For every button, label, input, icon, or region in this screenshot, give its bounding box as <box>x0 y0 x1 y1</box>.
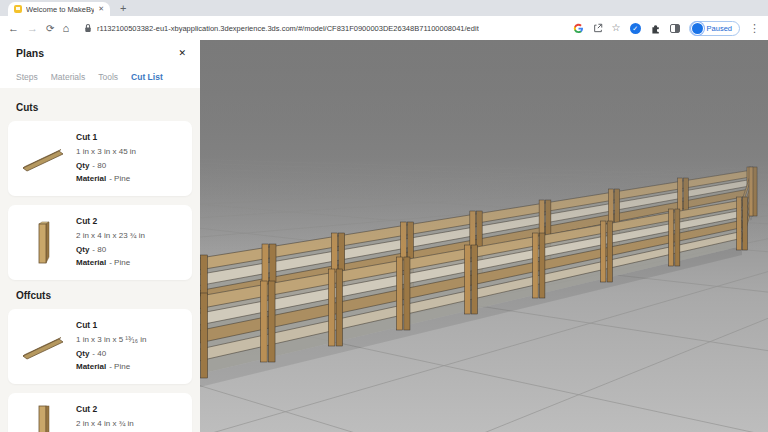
tab-cut-list[interactable]: Cut List <box>131 72 163 82</box>
card-text: Cut 1 1 in x 3 in x 5 ¹³⁄₁₆ in Qty- 40 M… <box>76 318 182 375</box>
new-tab-button[interactable]: + <box>120 2 126 14</box>
cut-dimensions: 1 in x 3 in x 5 ¹³⁄₁₆ in <box>76 335 182 344</box>
board-diagonal-thumbnail <box>18 318 70 375</box>
panel-tabs: Steps Materials Tools Cut List <box>0 64 200 88</box>
tab-strip: Welcome to MakeByMe ✕ + <box>0 0 768 16</box>
cut-qty: Qty- 40 <box>76 349 182 358</box>
browser-tab[interactable]: Welcome to MakeByMe ✕ <box>8 2 110 16</box>
cut-list-content[interactable]: Cuts Cut 1 1 in x 3 in x 45 in Qty- 80 M <box>0 88 200 432</box>
cut-qty: Qty- 80 <box>76 161 182 170</box>
cut-card[interactable]: Cut 1 1 in x 3 in x 45 in Qty- 80 Materi… <box>8 121 192 196</box>
offcut-card[interactable]: Cut 1 1 in x 3 in x 5 ¹³⁄₁₆ in Qty- 40 M… <box>8 309 192 384</box>
scene-canvas[interactable] <box>200 40 768 432</box>
google-logo-icon[interactable] <box>573 23 584 34</box>
offcuts-heading: Offcuts <box>16 290 184 301</box>
profile-paused-button[interactable]: Paused <box>689 21 740 36</box>
offcut-card-clipped[interactable]: Cut 2 2 in x 4 in x ¾ in <box>8 393 192 432</box>
cut-material: Material- Pine <box>76 174 182 183</box>
app-window: Plans ✕ Steps Materials Tools Cut List C… <box>0 40 768 432</box>
reload-button[interactable]: ⟳ <box>46 23 54 34</box>
cut-qty: Qty- 80 <box>76 245 182 254</box>
cut-dimensions: 2 in x 4 in x 23 ¾ in <box>76 231 182 240</box>
browser-menu-icon[interactable]: ⋮ <box>749 23 760 34</box>
address-bar[interactable]: r1132100503382-eu1-xbyapplication.3dexpe… <box>77 20 565 37</box>
forward-button[interactable]: → <box>27 23 38 34</box>
board-vertical-thumbnail <box>18 214 70 271</box>
profile-paused-label: Paused <box>707 24 732 33</box>
panel-close-icon[interactable]: ✕ <box>178 48 186 58</box>
cut-name: Cut 2 <box>76 216 182 226</box>
side-panel-icon[interactable] <box>670 24 680 33</box>
makebyme-favicon-icon <box>14 5 22 13</box>
tab-materials[interactable]: Materials <box>51 72 85 82</box>
tab-tools[interactable]: Tools <box>98 72 118 82</box>
plans-panel: Plans ✕ Steps Materials Tools Cut List C… <box>0 40 200 432</box>
tab-title: Welcome to MakeByMe <box>26 5 94 14</box>
tab-steps[interactable]: Steps <box>16 72 38 82</box>
cut-dimensions: 2 in x 4 in x ¾ in <box>76 419 182 428</box>
extension-check-icon[interactable]: ✓ <box>630 23 641 34</box>
cut-card[interactable]: Cut 2 2 in x 4 in x 23 ¾ in Qty- 80 Mate… <box>8 205 192 280</box>
extension-puzzle-icon[interactable] <box>650 23 661 34</box>
cut-dimensions: 1 in x 3 in x 45 in <box>76 147 182 156</box>
panel-header: Plans ✕ <box>0 40 200 64</box>
back-button[interactable]: ← <box>8 23 19 34</box>
panel-title: Plans <box>16 47 44 59</box>
card-text: Cut 1 1 in x 3 in x 45 in Qty- 80 Materi… <box>76 130 182 187</box>
lock-icon <box>84 23 92 33</box>
cut-material: Material- Pine <box>76 258 182 267</box>
share-icon[interactable] <box>593 23 603 33</box>
home-button[interactable]: ⌂ <box>62 23 69 34</box>
cuts-heading: Cuts <box>16 102 184 113</box>
cut-name: Cut 1 <box>76 132 182 142</box>
browser-toolbar: ← → ⟳ ⌂ r1132100503382-eu1-xbyapplicatio… <box>0 16 768 40</box>
board-diagonal-thumbnail <box>18 130 70 187</box>
card-text: Cut 2 2 in x 4 in x 23 ¾ in Qty- 80 Mate… <box>76 214 182 271</box>
cut-material: Material- Pine <box>76 362 182 371</box>
browser-chrome: Welcome to MakeByMe ✕ + ← → ⟳ ⌂ r1132100… <box>0 0 768 40</box>
toolbar-right-cluster: ☆ ✓ Paused ⋮ <box>573 21 760 36</box>
tab-close-icon[interactable]: ✕ <box>98 5 104 13</box>
bookmark-star-icon[interactable]: ☆ <box>612 23 621 33</box>
cut-name: Cut 2 <box>76 404 182 414</box>
cut-name: Cut 1 <box>76 320 182 330</box>
card-text: Cut 2 2 in x 4 in x ¾ in <box>76 402 182 432</box>
3d-viewport[interactable] <box>200 40 768 432</box>
board-vertical-thumbnail <box>18 402 70 432</box>
profile-avatar <box>692 23 703 34</box>
url-text: r1132100503382-eu1-xbyapplication.3dexpe… <box>97 24 479 33</box>
tab-cut-list-label: Cut List <box>131 72 163 82</box>
